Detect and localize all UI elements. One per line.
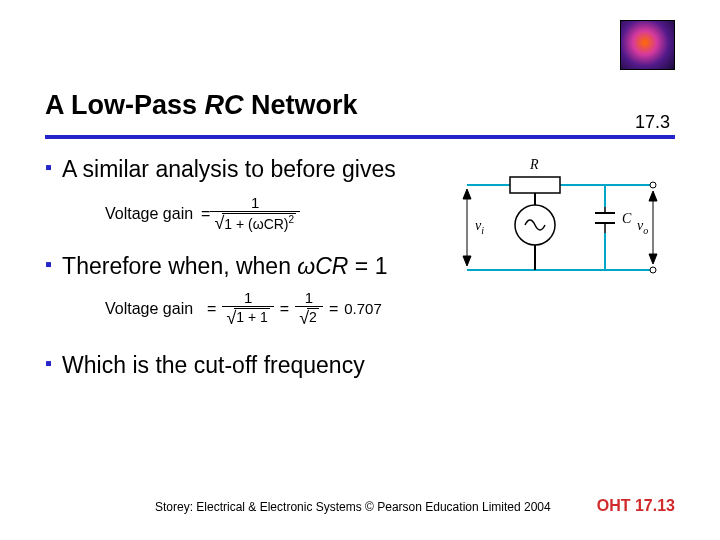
fraction-2a: 1 √ 1 + 1 [222,289,273,329]
section-number: 17.3 [635,112,670,133]
slide-number: OHT 17.13 [597,497,675,515]
svg-point-13 [650,182,656,188]
sqrt1-body: 1 + (ωCR) [224,215,288,231]
svg-marker-16 [463,189,471,199]
eq2-value: 0.707 [344,300,382,317]
label-vi-sub: i [481,225,484,236]
sqrt-1: √ 1 + (ωCR)2 [214,213,296,234]
sqrt-2b: √ 2 [299,308,319,329]
frac1-num: 1 [247,194,263,211]
sqrt2b-body: 2 [307,308,319,325]
svg-text:vi: vi [475,218,484,236]
label-R: R [529,157,539,172]
bullet-1: ▪ A similar analysis to before gives [45,155,405,184]
eq-label-2: Voltage gain [105,300,193,318]
svg-text:vo: vo [637,218,648,236]
svg-rect-7 [510,177,560,193]
bullet-3: ▪ Which is the cut-off frequency [45,351,675,380]
b2-post: = 1 [348,253,387,279]
title-prefix: A Low-Pass [45,90,205,120]
bullet-2-text: Therefore when, when ωCR = 1 [62,252,387,281]
slide-title: A Low-Pass RC Network [45,90,675,121]
svg-marker-19 [649,191,657,201]
title-rule [45,135,675,139]
copyright-text: Storey: Electrical & Electronic Systems … [155,500,551,514]
bullet-icon: ▪ [45,252,52,276]
bullet-icon: ▪ [45,155,52,179]
sqrt2a-body: 1 + 1 [234,308,270,325]
b2-pre: Therefore when, when [62,253,297,279]
equals-sign: = [201,205,210,223]
title-row: A Low-Pass RC Network 17.3 [45,90,675,121]
frac2a-num: 1 [240,289,256,306]
b2-expr: ωCR [297,253,348,279]
brand-logo [620,20,675,70]
equals-sign: = [329,300,338,318]
bullet-icon: ▪ [45,351,52,375]
title-suffix: Network [244,90,358,120]
svg-marker-17 [463,256,471,266]
equals-sign: = [207,300,216,318]
bullet-3-text: Which is the cut-off frequency [62,351,365,380]
fraction-2b: 1 √ 2 [295,289,323,329]
bullet-1-text: A similar analysis to before gives [62,155,396,184]
circuit-diagram: R C vi vo [455,155,665,285]
title-italic: RC [205,90,244,120]
sqrt-2a: √ 1 + 1 [226,308,269,329]
frac2b-num: 1 [301,289,317,306]
equals-sign: = [280,300,289,318]
label-vo-sub: o [643,225,648,236]
svg-point-14 [650,267,656,273]
fraction-1: 1 √ 1 + (ωCR)2 [210,194,300,234]
footer: Storey: Electrical & Electronic Systems … [45,497,675,515]
svg-marker-20 [649,254,657,264]
label-C: C [622,211,632,226]
eq-label: Voltage gain [105,205,193,223]
equation-2: Voltage gain = 1 √ 1 + 1 = 1 √ 2 [105,289,675,329]
sqrt1-exp: 2 [289,214,295,225]
